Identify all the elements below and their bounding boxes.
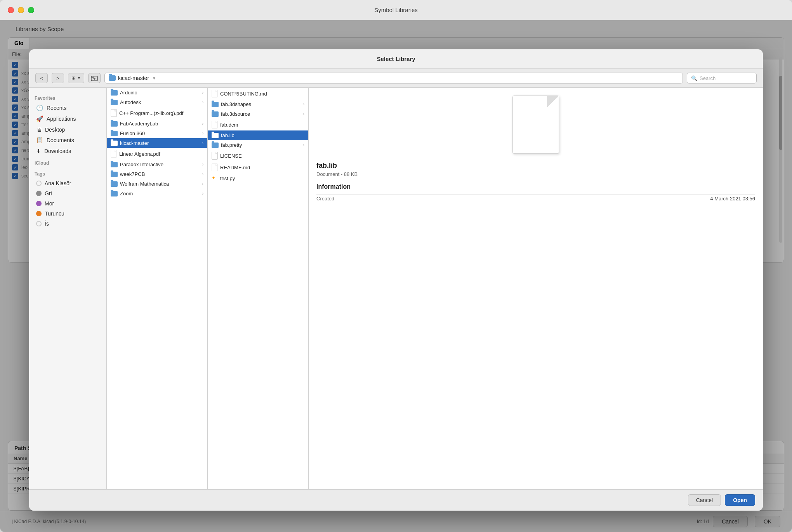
sidebar-tag-ana[interactable]: Ana Klasör <box>31 178 105 188</box>
chevron-icon: › <box>202 172 203 176</box>
chevron-icon: › <box>202 162 203 167</box>
folder-icon <box>212 111 219 117</box>
pane2-item-fablib[interactable]: fab.lib <box>208 130 308 140</box>
file-item-label: FabAcademyLab <box>120 121 158 127</box>
location-dropdown-icon: ▼ <box>152 76 156 80</box>
sidebar-tag-gri[interactable]: Gri <box>31 188 105 198</box>
tags-section-title: Tags <box>29 170 106 178</box>
sidebar-item-recents[interactable]: 🕐Recents <box>31 103 105 113</box>
view-toggle-button[interactable]: ⊞ ▼ <box>68 73 84 83</box>
chevron-icon: › <box>202 122 203 126</box>
preview-created-label: Created <box>316 196 334 202</box>
chevron-icon: › <box>202 131 203 136</box>
sidebar-item-downloads[interactable]: ⬇Downloads <box>31 146 105 156</box>
pane2-item-fabpretty[interactable]: fab.pretty› <box>208 140 308 150</box>
search-bar[interactable]: 🔍 Search <box>687 73 757 83</box>
tag-label: Mor <box>45 200 54 207</box>
pane2-item-contributing[interactable]: CONTRIBUTING.md <box>208 88 308 99</box>
file-item-label: LICENSE <box>220 153 242 159</box>
sidebar-tag-is[interactable]: İs <box>31 219 105 229</box>
close-button[interactable] <box>8 7 14 13</box>
doc-gray-icon <box>212 163 218 171</box>
location-text: kicad-master <box>118 75 149 81</box>
preview-info-title: Information <box>316 183 351 190</box>
sidebar-item-label: Desktop <box>45 127 65 133</box>
sidebar-item-applications[interactable]: 🚀Applications <box>31 113 105 124</box>
pane1-item-fabacademy[interactable]: FabAcademyLab› <box>107 119 207 129</box>
folder-icon <box>212 133 219 138</box>
file-item-label: fab.lib <box>221 132 234 138</box>
pane2-item-readme[interactable]: README.md <box>208 162 308 173</box>
modal-cancel-button[interactable]: Cancel <box>688 494 721 506</box>
preview-document-icon <box>512 96 559 154</box>
modal-open-button[interactable]: Open <box>725 494 755 506</box>
sidebar: Favorites 🕐Recents🚀Applications🖥Desktop📋… <box>29 88 107 489</box>
applications-icon: 🚀 <box>36 115 43 122</box>
preview-filename: fab.lib <box>316 162 337 170</box>
pane1-item-week7pcb[interactable]: week7PCB› <box>107 169 207 179</box>
recents-icon: 🕐 <box>36 104 43 111</box>
pane2-item-fabdcm[interactable]: fab.dcm <box>208 119 308 130</box>
pane1-item-autodesk[interactable]: Autodesk› <box>107 97 207 107</box>
sidebar-tag-turuncu[interactable]: Turuncu <box>31 209 105 219</box>
pane1-item-linear[interactable]: Linear Algebra.pdf <box>107 148 207 160</box>
chevron-icon: › <box>202 141 203 145</box>
pane1-item-zoom[interactable]: Zoom› <box>107 189 207 198</box>
file-item-label: Paradox Interactive <box>120 162 163 167</box>
folder-icon <box>111 172 118 177</box>
location-folder-icon <box>109 75 116 81</box>
folder-icon <box>212 102 219 107</box>
svg-rect-1 <box>91 76 94 77</box>
chevron-icon: › <box>202 100 203 104</box>
script-icon: ✦ <box>212 175 218 181</box>
content-area: Libraries by Scope Glo File: Activ ✓ <box>0 20 792 532</box>
folder-icon <box>212 143 219 148</box>
preview-pane: fab.lib Document - 88 KB Information Cre… <box>309 88 763 489</box>
favorites-section-title: Favorites <box>29 94 106 103</box>
file-item-label: fab.3dsource <box>221 111 250 117</box>
pane2-item-testpy[interactable]: ✦test.py <box>208 173 308 183</box>
pane2-item-fab3dshapes[interactable]: fab.3dshapes› <box>208 99 308 109</box>
tag-dot <box>36 181 42 186</box>
preview-meta: Document - 88 KB <box>316 171 358 177</box>
window-title: Symbol Libraries <box>374 7 418 13</box>
traffic-lights <box>8 7 34 13</box>
folder-icon <box>111 121 118 127</box>
forward-button[interactable]: > <box>52 73 64 83</box>
pane1-item-wolfram[interactable]: Wolfram Mathematica› <box>107 179 207 189</box>
doc-icon <box>212 152 218 160</box>
new-folder-button[interactable] <box>88 73 101 83</box>
sidebar-item-desktop[interactable]: 🖥Desktop <box>31 124 105 135</box>
folder-icon <box>111 191 118 196</box>
back-button[interactable]: < <box>35 73 48 83</box>
sidebar-favorites: 🕐Recents🚀Applications🖥Desktop📋Documents⬇… <box>29 103 106 156</box>
chevron-icon: › <box>303 112 304 116</box>
chevron-icon: › <box>202 90 203 95</box>
pane2-item-license[interactable]: LICENSE <box>208 150 308 162</box>
sidebar-item-documents[interactable]: 📋Documents <box>31 135 105 146</box>
folder-icon <box>111 131 118 136</box>
pane1-item-paradox[interactable]: Paradox Interactive› <box>107 160 207 169</box>
folder-icon <box>111 141 118 146</box>
pdf-gray-icon <box>111 150 117 158</box>
file-item-label: README.md <box>220 165 250 170</box>
file-item-label: C++ Program...(z-lib.org).pdf <box>119 110 183 116</box>
minimize-button[interactable] <box>18 7 24 13</box>
pane1-item-cpp[interactable]: C++ Program...(z-lib.org).pdf <box>107 107 207 119</box>
pane1-item-kicad[interactable]: kicad-master› <box>107 138 207 148</box>
tag-dot <box>36 201 42 206</box>
pane1-item-fusion360[interactable]: Fusion 360› <box>107 129 207 138</box>
pdf-icon <box>111 109 117 117</box>
pane2-item-fab3dsource[interactable]: fab.3dsource› <box>208 109 308 119</box>
location-bar[interactable]: kicad-master ▼ <box>104 73 683 83</box>
file-pane-2: CONTRIBUTING.mdfab.3dshapes›fab.3dsource… <box>208 88 309 489</box>
file-item-label: fab.3dshapes <box>221 101 251 107</box>
icloud-section-title: iCloud <box>29 159 106 167</box>
chevron-icon: › <box>202 182 203 186</box>
modal-title: Select Library <box>29 49 763 69</box>
sidebar-tag-mor[interactable]: Mor <box>31 198 105 209</box>
file-item-label: Arduino <box>120 90 137 96</box>
main-window: Symbol Libraries Libraries by Scope Glo … <box>0 0 792 532</box>
maximize-button[interactable] <box>28 7 34 13</box>
pane1-item-arduino[interactable]: Arduino› <box>107 88 207 97</box>
